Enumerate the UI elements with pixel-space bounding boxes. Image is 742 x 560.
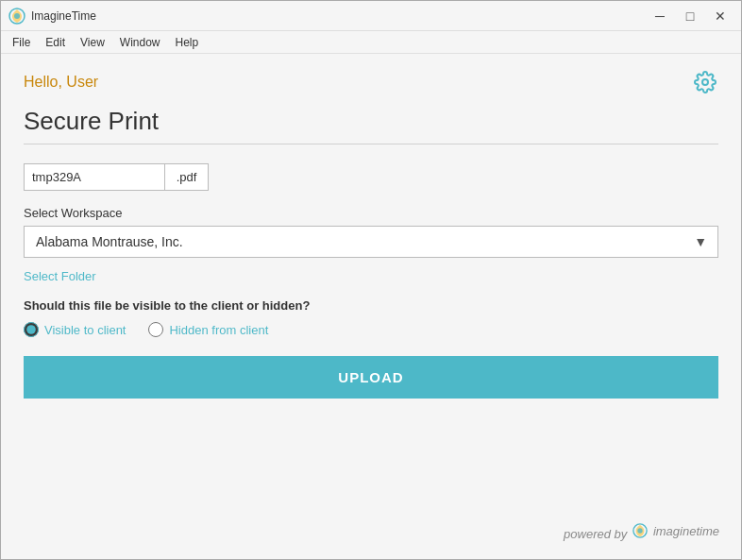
hidden-label: Hidden from client [169, 323, 268, 337]
app-logo-icon [8, 8, 25, 25]
app-window: ImagineTime ─ □ ✕ File Edit View Window … [0, 0, 742, 560]
title-bar: ImagineTime ─ □ ✕ [1, 1, 741, 31]
window-title: ImagineTime [31, 9, 647, 23]
hidden-option[interactable]: Hidden from client [148, 322, 268, 337]
menu-help[interactable]: Help [168, 34, 207, 51]
close-button[interactable]: ✕ [707, 7, 734, 25]
workspace-label: Select Workspace [24, 206, 718, 220]
settings-icon[interactable] [692, 69, 718, 95]
main-content: Hello, User Secure Print .pdf Select Wor… [1, 54, 741, 559]
workspace-dropdown[interactable]: Alabama Montrause, Inc. [24, 226, 718, 258]
maximize-button[interactable]: □ [677, 7, 703, 25]
visible-option[interactable]: Visible to client [24, 322, 126, 337]
menu-view[interactable]: View [73, 34, 112, 51]
hidden-radio[interactable] [148, 322, 163, 337]
select-folder-link[interactable]: Select Folder [24, 269, 718, 283]
footer-brand: imaginetime [653, 524, 719, 538]
radio-group: Visible to client Hidden from client [24, 322, 718, 337]
svg-point-1 [14, 13, 20, 19]
filename-row: .pdf [24, 163, 718, 191]
visible-radio[interactable] [24, 322, 39, 337]
menu-window[interactable]: Window [112, 34, 168, 51]
page-title: Secure Print [24, 107, 718, 136]
visibility-question: Should this file be visible to the clien… [24, 298, 718, 313]
footer-text: powered by imaginetime [564, 527, 719, 541]
svg-point-2 [702, 79, 708, 85]
upload-button[interactable]: UPLOAD [24, 356, 718, 399]
file-extension: .pdf [165, 163, 209, 191]
filename-input[interactable] [24, 163, 165, 191]
footer: powered by imaginetime [564, 523, 719, 541]
title-divider [24, 144, 718, 144]
minimize-button[interactable]: ─ [647, 7, 673, 25]
visible-label: Visible to client [44, 323, 126, 337]
visibility-section: Should this file be visible to the clien… [24, 298, 718, 337]
greeting-row: Hello, User [24, 69, 718, 95]
menu-bar: File Edit View Window Help [1, 31, 741, 54]
menu-edit[interactable]: Edit [38, 34, 73, 51]
svg-point-4 [637, 528, 642, 533]
window-controls: ─ □ ✕ [647, 7, 734, 25]
greeting-text: Hello, User [24, 74, 98, 91]
menu-file[interactable]: File [5, 34, 38, 51]
workspace-section: Select Workspace Alabama Montrause, Inc.… [24, 206, 718, 258]
